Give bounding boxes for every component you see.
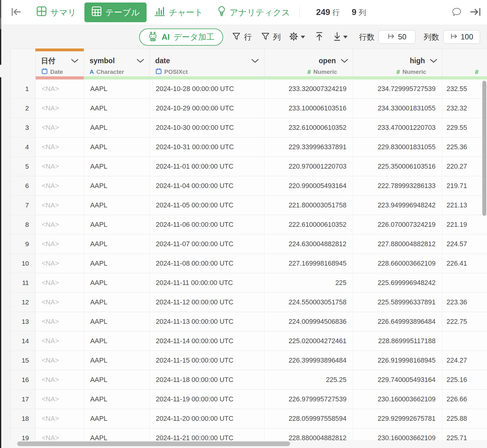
data-table-viewport: 日付DatesymbolACharacterdatePOSIXctopen#Nu… [10,48,487,440]
filter-columns-button[interactable]: 列 [261,32,281,42]
left-panel-edge-segment [0,29,1,65]
chevron-down-icon[interactable] [71,57,79,65]
table-cell: 225.350006103516 [353,157,442,176]
table-cell: 220.27 [442,157,487,176]
upload-button[interactable] [315,32,324,43]
table-cell: 220.970001220703 [264,157,353,176]
table-cell: 232.32 [442,99,487,118]
table-cell: <NA> [35,99,84,118]
table-row: 8<NA>AAPL2024-11-06 00:00:00 UTC222.6100… [11,215,487,234]
download-dropdown-button[interactable] [333,32,348,43]
column-header-date-jp[interactable]: 日付Date [35,49,84,80]
chevron-down-icon [343,36,348,38]
comment-button[interactable] [451,7,462,18]
expand-right-button[interactable] [469,6,481,19]
table-cell: <NA> [35,137,84,157]
vertical-scrollbar-thumb[interactable] [482,81,486,216]
table-cell: 222.610000610352 [264,215,353,234]
table-cell: <NA> [35,409,84,428]
table-row: 5<NA>AAPL2024-11-01 00:00:00 UTC220.9700… [11,157,487,176]
tab-table[interactable]: テーブル [84,3,147,22]
row-number-cell: 11 [11,273,35,293]
table-cell: AAPL [84,293,149,312]
left-panel-edge-segment [0,18,1,29]
row-number-cell: 18 [11,409,35,428]
filter-rows-button[interactable]: 行 [232,32,252,42]
tab-chart-label: チャート [169,7,203,18]
chevron-down-icon[interactable] [340,57,349,65]
table-cell: 2024-11-04 00:00:00 UTC [149,176,264,196]
column-header-high[interactable]: high#Numeric [353,49,442,80]
table-cell: AAPL [84,312,149,331]
column-name: open [319,57,336,65]
column-count: 9 列 [352,8,366,18]
row-number-cell: 12 [11,293,35,312]
table-cell: 2024-11-15 00:00:00 UTC [149,351,264,370]
left-panel-edge-segment [0,77,1,448]
table-row: 1<NA>AAPL2024-10-28 00:00:00 UTC233.3200… [11,79,487,99]
chevron-down-icon[interactable] [251,57,259,65]
table-row: 9<NA>AAPL2024-11-07 00:00:00 UTC224.6300… [11,234,487,254]
table-cell: AAPL [84,176,149,196]
table-cell: 221.13 [442,196,487,215]
grid-icon [36,6,47,19]
table-cell: 229.55 [442,118,487,137]
table-cell: <NA> [35,370,84,389]
table-cell: <NA> [35,331,84,351]
column-header-partial[interactable]: # [442,49,487,80]
row-number-cell: 10 [11,254,35,273]
tab-analytics[interactable]: アナリティクス [217,6,290,19]
table-cell: AAPL [84,351,149,370]
tab-table-label: テーブル [105,7,140,18]
table-cell: <NA> [35,273,84,293]
table-cell: 228.869995117188 [353,331,442,351]
table-cell: 229.830001831055 [353,137,442,157]
bar-chart-icon [154,6,165,19]
cols-limit-input[interactable]: 100 [443,30,480,44]
chevron-down-icon[interactable] [429,57,438,65]
calendar-icon [41,68,48,76]
settings-dropdown-button[interactable] [289,32,305,43]
download-icon [333,32,341,43]
table-cell: 229.339996337891 [264,137,353,157]
table-row: 3<NA>AAPL2024-10-30 00:00:00 UTC232.6100… [11,118,487,137]
maps-to-icon [388,33,395,41]
numeric-type-icon: # [475,69,479,76]
table-cell: 233.470001220703 [353,118,442,137]
table-cell: 2024-11-06 00:00:00 UTC [149,215,264,234]
table-row: 16<NA>AAPL2024-11-18 00:00:00 UTC225.252… [11,370,487,389]
column-header-date[interactable]: datePOSIXct [149,49,264,80]
table-cell: 233.100006103516 [264,99,353,118]
table-row: 18<NA>AAPL2024-11-20 00:00:00 UTC228.059… [11,409,487,428]
column-quality-bar [150,76,264,79]
table-cell: 2024-11-18 00:00:00 UTC [149,370,264,389]
row-number-cell: 7 [11,196,35,215]
horizontal-scrollbar-thumb[interactable] [17,441,290,446]
ai-data-wrangling-button[interactable]: AI データ加工 [139,28,223,46]
expand-right-icon [469,6,481,19]
table-cell: 224.550003051758 [264,293,353,312]
column-type-label: Character [96,69,124,75]
tab-summary[interactable]: サマリ [36,6,76,19]
table-cell: 225.589996337891 [353,293,442,312]
numeric-type-icon: # [307,69,311,76]
horizontal-scrollbar-track[interactable] [10,440,487,448]
ai-button-label: データ加工 [173,32,214,43]
row-number-cell: 19 [11,428,35,440]
calendar-icon [155,68,162,76]
comment-bubble-icon [451,7,462,18]
column-header-symbol[interactable]: symbolACharacter [84,49,149,80]
tab-chart[interactable]: チャート [154,6,203,19]
table-cell: AAPL [84,196,149,215]
column-type-label: Numeric [402,69,426,75]
table-cell: 224.57 [442,234,487,254]
row-number-cell: 15 [11,351,35,370]
collapse-left-button[interactable] [10,6,22,19]
chevron-down-icon[interactable] [136,57,144,65]
rows-limit-input[interactable]: 50 [379,30,415,44]
table-row: 13<NA>AAPL2024-11-13 00:00:00 UTC224.009… [11,312,487,331]
table-cell: 226.66 [442,389,487,409]
funnel-icon [232,32,241,42]
column-header-open[interactable]: open#Numeric [264,49,353,80]
table-icon [91,6,102,19]
